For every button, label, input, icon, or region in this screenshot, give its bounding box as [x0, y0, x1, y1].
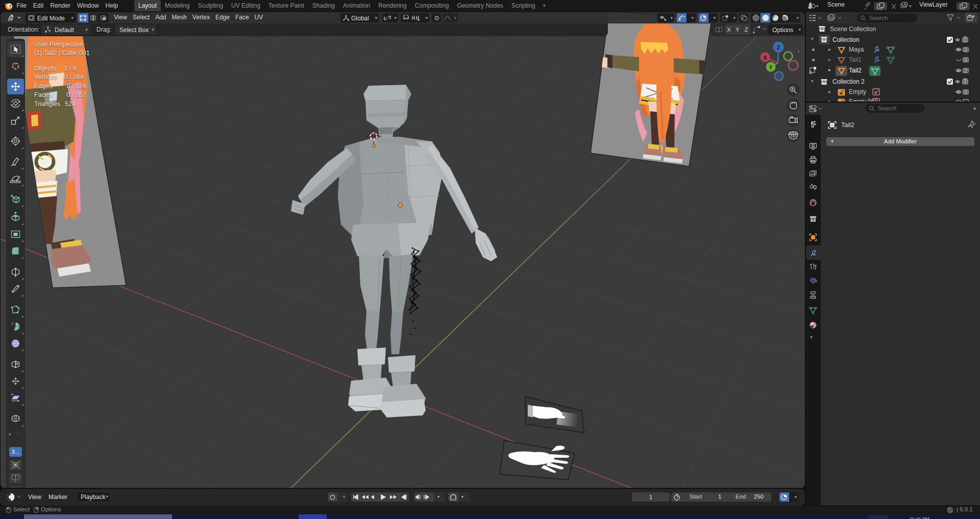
svg-text:Y: Y: [769, 64, 772, 70]
svg-text:X: X: [763, 55, 767, 61]
svg-text:Z: Z: [777, 44, 780, 51]
